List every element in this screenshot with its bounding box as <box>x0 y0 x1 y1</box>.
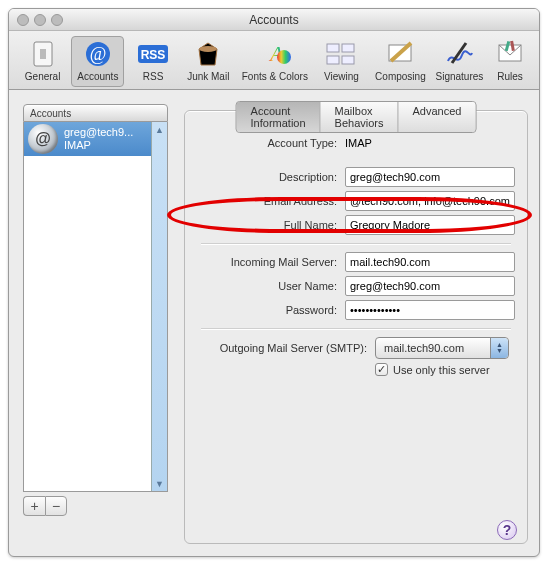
accounts-icon: @ <box>78 39 118 69</box>
username-input[interactable] <box>345 276 515 296</box>
signatures-icon <box>439 39 479 69</box>
svg-point-8 <box>277 50 291 64</box>
smtp-value: mail.tech90.com <box>384 342 464 354</box>
add-account-button[interactable]: + <box>23 496 45 516</box>
help-button[interactable]: ? <box>497 520 517 540</box>
general-icon <box>23 39 63 69</box>
rules-icon <box>490 39 530 69</box>
fullname-input[interactable] <box>345 215 515 235</box>
svg-point-6 <box>199 46 217 52</box>
fullname-label: Full Name: <box>197 219 337 231</box>
email-input[interactable] <box>345 191 515 211</box>
tab-mailbox-behaviors[interactable]: Mailbox Behaviors <box>321 102 399 132</box>
accounts-list[interactable]: ▲ ▼ @ greg@tech9... IMAP <box>23 122 168 492</box>
use-only-checkbox[interactable]: ✓ Use only this server <box>375 363 515 376</box>
account-subtitle: IMAP <box>64 139 133 152</box>
use-only-label: Use only this server <box>393 364 490 376</box>
toolbar-label: Viewing <box>324 71 359 82</box>
toolbar-junkmail[interactable]: Junk Mail <box>182 36 235 87</box>
toolbar-signatures[interactable]: Signatures <box>433 36 486 87</box>
toolbar-label: Junk Mail <box>187 71 229 82</box>
svg-rect-12 <box>342 56 354 64</box>
toolbar-fonts-colors[interactable]: A Fonts & Colors <box>237 36 313 87</box>
account-type-label: Account Type: <box>197 137 337 149</box>
toolbar-label: General <box>25 71 61 82</box>
smtp-label: Outgoing Mail Server (SMTP): <box>197 342 367 354</box>
tabs: Account Information Mailbox Behaviors Ad… <box>236 101 477 133</box>
rss-icon: RSS <box>133 39 173 69</box>
account-row[interactable]: @ greg@tech9... IMAP <box>24 122 167 156</box>
description-label: Description: <box>197 171 337 183</box>
password-label: Password: <box>197 304 337 316</box>
description-input[interactable] <box>345 167 515 187</box>
remove-account-button[interactable]: − <box>45 496 67 516</box>
account-info-pane: Account Type: IMAP Description: Email Ad… <box>184 110 528 544</box>
svg-rect-10 <box>342 44 354 52</box>
toolbar-label: Fonts & Colors <box>242 71 308 82</box>
fonts-colors-icon: A <box>255 39 295 69</box>
toolbar-viewing[interactable]: Viewing <box>315 36 368 87</box>
svg-rect-9 <box>327 44 339 52</box>
composing-icon <box>380 39 420 69</box>
toolbar-rss[interactable]: RSS RSS <box>126 36 179 87</box>
toolbar-label: Accounts <box>77 71 118 82</box>
svg-text:RSS: RSS <box>141 48 166 62</box>
toolbar-composing[interactable]: Composing <box>370 36 431 87</box>
password-input[interactable] <box>345 300 515 320</box>
scroll-down-icon[interactable]: ▼ <box>152 476 167 491</box>
checkbox-icon: ✓ <box>375 363 388 376</box>
svg-text:@: @ <box>90 44 107 64</box>
traffic-lights <box>17 14 63 26</box>
separator <box>201 243 511 244</box>
toolbar: General @ Accounts RSS RSS Junk Mail A <box>9 31 539 90</box>
toolbar-general[interactable]: General <box>16 36 69 87</box>
sidebar-buttons: + − <box>23 496 67 516</box>
toolbar-label: RSS <box>143 71 164 82</box>
toolbar-rules[interactable]: Rules <box>488 36 532 87</box>
junkmail-icon <box>188 39 228 69</box>
toolbar-label: Composing <box>375 71 426 82</box>
toolbar-label: Signatures <box>436 71 484 82</box>
separator <box>201 328 511 329</box>
username-label: User Name: <box>197 280 337 292</box>
popup-arrows-icon: ▲▼ <box>490 338 508 358</box>
scroll-up-icon[interactable]: ▲ <box>152 122 167 137</box>
minimize-button[interactable] <box>34 14 46 26</box>
smtp-popup[interactable]: mail.tech90.com ▲▼ <box>375 337 509 359</box>
email-label: Email Address: <box>197 195 337 207</box>
svg-rect-1 <box>40 49 46 59</box>
tab-account-information[interactable]: Account Information <box>237 102 321 132</box>
zoom-button[interactable] <box>51 14 63 26</box>
close-button[interactable] <box>17 14 29 26</box>
at-icon: @ <box>28 124 58 154</box>
main-panel: Account Information Mailbox Behaviors Ad… <box>184 98 528 544</box>
window-title: Accounts <box>249 13 298 27</box>
window-body: Accounts ▲ ▼ @ greg@tech9... IMAP + − Ac… <box>9 96 539 556</box>
incoming-input[interactable] <box>345 252 515 272</box>
sidebar-header: Accounts <box>23 104 168 122</box>
titlebar[interactable]: Accounts <box>9 9 539 31</box>
preferences-window: Accounts General @ Accounts RSS RSS Junk… <box>8 8 540 557</box>
toolbar-label: Rules <box>497 71 523 82</box>
viewing-icon <box>321 39 361 69</box>
account-type-value: IMAP <box>345 137 515 149</box>
account-title: greg@tech9... <box>64 126 133 139</box>
toolbar-accounts[interactable]: @ Accounts <box>71 36 124 87</box>
accounts-sidebar: Accounts ▲ ▼ @ greg@tech9... IMAP <box>23 104 168 504</box>
tab-advanced[interactable]: Advanced <box>399 102 476 132</box>
svg-rect-11 <box>327 56 339 64</box>
incoming-label: Incoming Mail Server: <box>197 256 337 268</box>
